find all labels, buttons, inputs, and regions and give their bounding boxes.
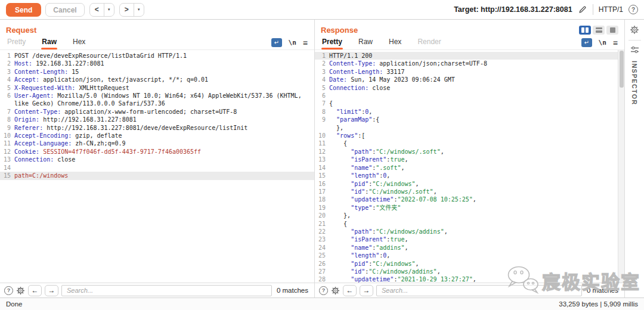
forward-history-button[interactable]: > ▼ — [119, 3, 144, 17]
search-prev-button[interactable]: ← — [343, 285, 357, 296]
code-line[interactable]: 1HTTP/1.1 200 — [315, 52, 624, 60]
request-search-matches: 0 matches — [275, 287, 310, 294]
code-line[interactable]: }, — [315, 124, 624, 132]
response-panel-header: Response — [315, 20, 624, 35]
code-line[interactable]: 16 "pid":"C:/windows", — [315, 180, 624, 188]
code-line[interactable]: 14 "name":".soft", — [315, 164, 624, 172]
code-line[interactable]: 7Content-Type: application/x-www-form-ur… — [0, 108, 314, 116]
code-line[interactable]: 5Connection: close — [315, 84, 624, 92]
request-panel-title: Request — [6, 26, 36, 35]
cancel-button[interactable]: Cancel — [45, 3, 84, 17]
request-search-input[interactable] — [61, 285, 272, 296]
help-icon[interactable]: ? — [628, 5, 638, 14]
code-line[interactable]: 2Content-Type: application/json;charset=… — [315, 60, 624, 67]
tab-response-raw[interactable]: Raw — [358, 36, 373, 49]
http-version-selector[interactable]: HTTP/1 — [599, 5, 623, 14]
code-line[interactable]: 20 }, — [315, 212, 624, 219]
search-next-button[interactable]: → — [360, 285, 373, 296]
request-tabs: Pretty Raw Hex ↵ \n ≡ — [0, 35, 314, 50]
response-panel-title: Response — [321, 26, 358, 35]
inspector-sidebar: INSPECTOR — [624, 20, 644, 297]
editor-menu-icon[interactable]: ≡ — [303, 39, 308, 47]
layout-columns-icon[interactable] — [579, 26, 591, 35]
code-line[interactable]: 24 "name":"addins", — [315, 244, 624, 252]
code-line[interactable]: 1POST /deve/deveExpResource/listDataGrid… — [0, 52, 314, 60]
response-scrollbar[interactable] — [618, 50, 624, 283]
code-line[interactable]: 12Cookie: SESSION=4f7f046f-dd5f-443f-971… — [0, 148, 314, 156]
response-search-input[interactable] — [376, 285, 582, 296]
tab-request-hex[interactable]: Hex — [72, 36, 86, 49]
request-editor[interactable]: 1POST /deve/deveExpResource/listDataGrid… — [0, 50, 314, 283]
code-line[interactable]: 9 "paramMap":{ — [315, 116, 624, 123]
back-arrow[interactable]: < — [90, 4, 104, 16]
code-line[interactable]: 27 "id":"C:/windows/addins", — [315, 268, 624, 275]
response-editor[interactable]: 1HTTP/1.1 2002Content-Type: application/… — [315, 50, 624, 283]
target-url: http://192.168.31.227:8081 — [481, 5, 572, 14]
code-line[interactable]: 4Accept: application/json, text/javascri… — [0, 76, 314, 83]
code-line[interactable]: 26 "pid":"C:/windows", — [315, 260, 624, 268]
code-line[interactable]: 6 — [315, 92, 624, 100]
code-line[interactable]: 18 "updatetime":"2022-07-08 10:25:25", — [315, 196, 624, 203]
layout-rows-icon[interactable] — [593, 26, 605, 35]
search-prev-button[interactable]: ← — [28, 285, 42, 296]
toolbar-divider — [593, 4, 593, 15]
tab-response-hex[interactable]: Hex — [388, 36, 402, 49]
code-line[interactable]: 28 "updatetime":"2021-10-29 13:27:27", — [315, 275, 624, 283]
code-line[interactable]: 17 "id":"C:/windows/.soft", — [315, 188, 624, 196]
back-dropdown-caret-icon[interactable]: ▼ — [104, 4, 114, 16]
code-line[interactable]: 11 { — [315, 140, 624, 147]
tab-response-pretty[interactable]: Pretty — [321, 36, 343, 49]
inspector-divider — [628, 40, 641, 41]
tab-response-render[interactable]: Render — [417, 36, 441, 49]
back-history-button[interactable]: < ▼ — [89, 3, 114, 17]
edit-target-pencil-icon[interactable] — [578, 5, 587, 14]
code-line[interactable]: 9Referer: http://192.168.31.227:8081/dev… — [0, 124, 314, 132]
tab-request-pretty[interactable]: Pretty — [7, 36, 26, 49]
code-line[interactable]: 21 { — [315, 220, 624, 228]
show-newlines-toggle-icon[interactable]: \n — [289, 39, 296, 46]
code-line[interactable]: 2Host: 192.168.31.227:8081 — [0, 60, 314, 67]
code-line[interactable]: 7{ — [315, 100, 624, 107]
forward-dropdown-caret-icon[interactable]: ▼ — [134, 4, 144, 16]
code-line[interactable]: 4Date: Sun, 14 May 2023 09:06:24 GMT — [315, 76, 624, 83]
code-line[interactable]: 25 "length":0, — [315, 252, 624, 259]
inspector-settings-gear-icon[interactable] — [630, 25, 639, 35]
show-newlines-toggle-icon[interactable]: \n — [599, 39, 606, 46]
code-line[interactable]: 13Connection: close — [0, 156, 314, 163]
search-help-icon[interactable]: ? — [4, 286, 13, 295]
search-help-icon[interactable]: ? — [319, 286, 328, 295]
code-line[interactable]: 10Accept-Encoding: gzip, deflate — [0, 132, 314, 140]
code-line[interactable]: 22 "path":"C:/windows/addins", — [315, 228, 624, 235]
code-line[interactable]: 5X-Requested-With: XMLHttpRequest — [0, 84, 314, 92]
code-line[interactable]: 15path=C:/windows — [0, 172, 314, 179]
layout-single-icon[interactable] — [606, 26, 618, 35]
tab-request-raw[interactable]: Raw — [41, 36, 57, 49]
inspector-filter-icon[interactable] — [630, 46, 639, 54]
status-text: Done — [6, 300, 23, 308]
scrollbar-thumb[interactable] — [620, 51, 624, 88]
search-settings-gear-icon[interactable] — [331, 286, 340, 295]
code-line[interactable]: 3Content-Length: 33117 — [315, 68, 624, 76]
code-line[interactable]: 13 "isParent":true, — [315, 156, 624, 163]
forward-arrow[interactable]: > — [120, 4, 134, 16]
response-tabs: Pretty Raw Hex Render ↵ \n ≡ — [315, 35, 624, 50]
code-line[interactable]: 11Accept-Language: zh-CN,zh;q=0.9 — [0, 140, 314, 147]
editor-menu-icon[interactable]: ≡ — [613, 39, 618, 47]
inspector-label[interactable]: INSPECTOR — [631, 61, 638, 106]
code-line[interactable]: 15 "length":0, — [315, 172, 624, 179]
response-panel: Response Pretty Raw Hex Render ↵ \n ≡ 1H… — [315, 20, 624, 297]
word-wrap-toggle-icon[interactable]: ↵ — [581, 38, 592, 47]
code-line[interactable]: 3Content-Length: 15 — [0, 68, 314, 76]
code-line[interactable]: 19 "type":"文件夹" — [315, 204, 624, 212]
code-line[interactable]: 6User-Agent: Mozilla/5.0 (Windows NT 10.… — [0, 92, 314, 108]
code-line[interactable]: 8Origin: http://192.168.31.227:8081 — [0, 116, 314, 123]
code-line[interactable]: 12 "path":"C:/windows/.soft", — [315, 148, 624, 156]
code-line[interactable]: 8 "limit":0, — [315, 108, 624, 116]
send-button[interactable]: Send — [6, 3, 41, 17]
search-settings-gear-icon[interactable] — [16, 286, 25, 295]
code-line[interactable]: 10 "rows":[ — [315, 132, 624, 140]
code-line[interactable]: 23 "isParent":true, — [315, 235, 624, 243]
code-line[interactable]: 14 — [0, 164, 314, 172]
search-next-button[interactable]: → — [45, 285, 58, 296]
word-wrap-toggle-icon[interactable]: ↵ — [271, 38, 282, 47]
